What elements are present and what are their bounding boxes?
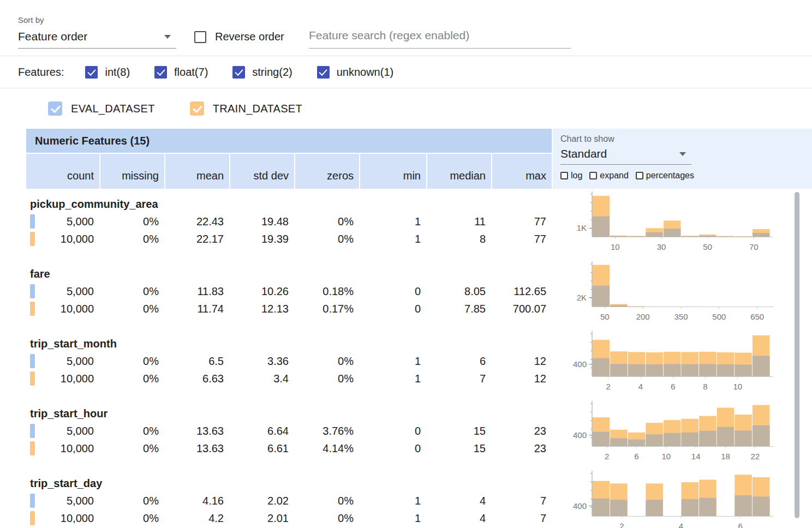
x-tick-label: 2	[606, 382, 610, 391]
column-header-max: max	[492, 154, 552, 189]
vertical-scrollbar[interactable]	[795, 192, 799, 518]
numeric-features-table: Numeric Features (15) count missing mean…	[0, 129, 812, 528]
column-header-missing: missing	[100, 154, 164, 189]
stat-value: 77	[492, 215, 552, 228]
feature-row: fare 5,0000%11.8310.260.18%08.05112.65 1…	[26, 259, 552, 328]
filter-int-label: int(8)	[105, 66, 130, 79]
eval-bar	[646, 434, 663, 446]
train-stats-row: 10,0000%13.636.614.14%01523	[26, 440, 552, 457]
stat-value: 5,000	[26, 495, 99, 507]
eval-color-chip	[30, 494, 35, 508]
filter-float-label: float(7)	[174, 66, 208, 79]
train-dataset-checkbox[interactable]: TRAIN_DATASET	[190, 101, 302, 116]
histogram-chart[interactable]: 1K10305070	[553, 189, 804, 259]
x-tick-label: 500	[712, 312, 726, 321]
stat-value: 5,000	[26, 285, 99, 298]
filter-string-checkbox[interactable]: string(2)	[232, 66, 292, 79]
stat-value: 0%	[295, 233, 359, 245]
filter-float-checkbox[interactable]: float(7)	[154, 66, 208, 79]
filter-unknown-checkbox[interactable]: unknown(1)	[317, 66, 394, 79]
checkbox-unchecked-icon	[589, 172, 597, 179]
stat-value: 1	[360, 215, 426, 228]
reverse-order-checkbox[interactable]: Reverse order	[194, 31, 284, 43]
feature-chart: 2K50200350500650	[553, 259, 812, 328]
x-tick-label: 6	[671, 382, 675, 391]
chart-panel: Chart to show Standard log expand percen…	[553, 129, 812, 189]
filter-int-checkbox[interactable]: int(8)	[85, 66, 130, 79]
reverse-order-label: Reverse order	[215, 31, 284, 43]
histogram-chart[interactable]: 400246	[553, 468, 804, 528]
train-bar	[628, 306, 646, 307]
column-header-count: count	[26, 154, 99, 189]
eval-bar	[646, 500, 663, 516]
eval-bar	[753, 233, 770, 237]
eval-bar	[593, 499, 610, 516]
eval-dataset-label: EVAL_DATASET	[71, 103, 155, 115]
stat-value: 0.17%	[295, 303, 359, 315]
train-dataset-label: TRAIN_DATASET	[213, 103, 302, 115]
histogram-chart[interactable]: 4002610141822	[553, 398, 804, 468]
sort-by-select[interactable]: Feature order	[18, 30, 176, 49]
feature-chart: 1K10305070	[553, 189, 812, 259]
stat-value: 5,000	[26, 215, 99, 228]
stat-value: 0.18%	[295, 285, 359, 298]
eval-stats-row: 5,0000%4.162.020%147	[26, 492, 552, 509]
stat-value: 15	[427, 442, 491, 455]
stat-value: 0%	[100, 285, 164, 298]
eval-bar	[610, 438, 628, 446]
stat-value: 0%	[295, 512, 359, 525]
stat-value: 11.74	[165, 303, 229, 315]
x-tick-label: 22	[750, 452, 760, 461]
eval-bar	[717, 427, 735, 446]
eval-bar	[682, 499, 699, 516]
stat-value: 23	[492, 442, 552, 455]
percentages-checkbox[interactable]: percentages	[636, 171, 694, 181]
feature-search-input[interactable]	[309, 29, 571, 49]
stat-value: 15	[427, 425, 491, 437]
eval-bar	[735, 430, 752, 446]
stat-value: 77	[492, 233, 552, 245]
chart-toggles: log expand percentages	[560, 171, 812, 181]
eval-dataset-checkbox[interactable]: EVAL_DATASET	[48, 101, 155, 116]
stat-value: 11.83	[165, 285, 229, 298]
histogram-chart[interactable]: 2K50200350500650	[553, 259, 804, 328]
stat-value: 0%	[100, 233, 164, 245]
eval-bar	[593, 217, 610, 237]
eval-bar	[646, 232, 663, 237]
stat-value: 7	[492, 495, 552, 507]
dataset-legend-row: EVAL_DATASET TRAIN_DATASET	[0, 88, 812, 129]
stat-value: 19.39	[230, 233, 294, 245]
log-checkbox[interactable]: log	[560, 171, 582, 181]
expand-checkbox[interactable]: expand	[589, 171, 629, 181]
eval-bar	[682, 236, 699, 237]
stat-value: 0	[360, 442, 426, 455]
stat-value: 3.36	[230, 355, 294, 368]
eval-stats-row: 5,0000%11.8310.260.18%08.05112.65	[26, 283, 552, 300]
stat-value: 0%	[295, 355, 359, 368]
eval-bar	[610, 364, 628, 376]
feature-chart: 4002610141822	[553, 398, 812, 468]
stat-value: 23	[492, 425, 552, 437]
column-header-min: min	[360, 154, 426, 189]
filter-unknown-label: unknown(1)	[337, 66, 394, 79]
stat-value: 5,000	[26, 425, 99, 437]
x-tick-label: 30	[657, 242, 666, 251]
eval-bar	[699, 236, 717, 237]
train-color-chip	[30, 232, 35, 246]
x-tick-label: 6	[634, 452, 638, 461]
chart-type-select[interactable]: Standard	[560, 144, 691, 165]
stat-value: 0	[360, 425, 426, 437]
x-tick-label: 4	[679, 521, 683, 528]
histogram-chart[interactable]: 400246810	[553, 328, 804, 398]
stat-value: 13.63	[165, 442, 229, 455]
log-label: log	[571, 171, 582, 181]
feature-name: pickup_community_area	[26, 195, 552, 213]
stat-value: 0%	[100, 373, 164, 385]
toolbar: Sort by Feature order Reverse order	[0, 0, 812, 56]
percentages-label: percentages	[646, 171, 694, 181]
x-tick-label: 6	[738, 521, 742, 528]
checkbox-checked-icon	[232, 66, 245, 79]
stat-value: 4	[427, 495, 491, 507]
column-header-stddev: std dev	[230, 154, 294, 189]
train-color-chip	[30, 511, 35, 525]
